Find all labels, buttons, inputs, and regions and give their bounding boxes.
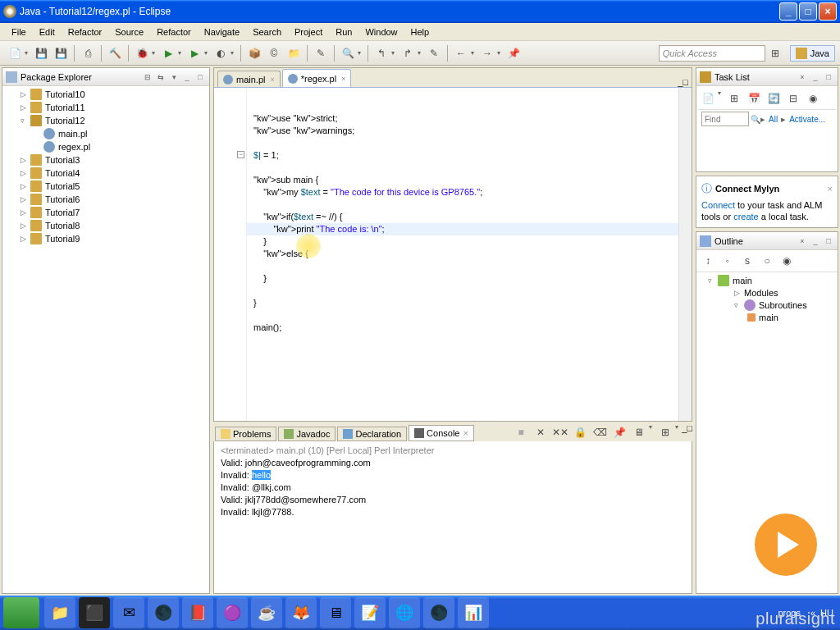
project-tutorial10[interactable]: ▷Tutorial10 xyxy=(4,88,208,101)
task-all-link[interactable]: All xyxy=(769,115,778,124)
taskbar-terminal-icon[interactable]: 🖥 xyxy=(320,597,351,628)
new-class-button[interactable]: © xyxy=(265,44,283,62)
tab-problems[interactable]: Problems xyxy=(215,427,276,441)
menu-refactor2[interactable]: Refactor xyxy=(150,25,198,39)
mylyn-connect-link[interactable]: Connect xyxy=(701,200,735,210)
console-scroll-lock-button[interactable]: 🔒 xyxy=(571,423,589,441)
search-button[interactable]: 🔍 xyxy=(339,44,357,62)
build-button[interactable]: 🔨 xyxy=(106,44,124,62)
task-focus-button[interactable]: ◉ xyxy=(804,89,822,107)
outline-modules[interactable]: ▷Modules xyxy=(698,287,836,299)
view-menu-button[interactable]: ▾ xyxy=(168,71,180,83)
maximize-button[interactable]: □ xyxy=(799,2,817,21)
minimize-button[interactable]: _ xyxy=(779,2,797,21)
task-schedule-button[interactable]: 📅 xyxy=(745,89,763,107)
tab-javadoc[interactable]: Javadoc xyxy=(278,427,336,441)
open-perspective-button[interactable]: ⊞ xyxy=(766,44,784,62)
new-button[interactable]: 📄 xyxy=(6,44,24,62)
taskbar-eclipse2-icon[interactable]: 🌑 xyxy=(423,597,454,628)
pin-button[interactable]: 📌 xyxy=(504,44,523,62)
project-tutorial11[interactable]: ▷Tutorial11 xyxy=(4,101,208,114)
package-explorer-tree[interactable]: ▷Tutorial10 ▷Tutorial11 ▿Tutorial12 main… xyxy=(2,86,209,593)
console-pin-button[interactable]: 📌 xyxy=(610,423,628,441)
menu-project[interactable]: Project xyxy=(288,25,329,39)
taskbar-explorer-icon[interactable]: 📁 xyxy=(44,597,75,628)
debug-button[interactable]: 🐞 xyxy=(133,44,151,62)
outline-sort-button[interactable]: ↕ xyxy=(699,252,717,270)
taskbar-pdf-icon[interactable]: 📕 xyxy=(182,597,213,628)
maximize-view-button[interactable]: □ xyxy=(194,71,206,83)
menu-file[interactable]: File xyxy=(5,25,33,39)
menu-source[interactable]: Source xyxy=(108,25,150,39)
console-remove-all-button[interactable]: ✕✕ xyxy=(551,423,569,441)
tab-main-pl[interactable]: main.pl× xyxy=(217,71,281,87)
task-sync-button[interactable]: 🔄 xyxy=(765,89,783,107)
tasklist-min-button[interactable]: _ xyxy=(810,71,821,83)
editor-maximize-button[interactable]: □ xyxy=(682,77,688,87)
file-regex-pl[interactable]: regex.pl xyxy=(4,140,208,153)
forward-button[interactable]: → xyxy=(478,44,496,62)
project-tutorial4[interactable]: ▷Tutorial4 xyxy=(4,167,208,180)
menu-edit[interactable]: Edit xyxy=(33,25,62,39)
console-output[interactable]: <terminated> main.pl (10) [Perl Local] P… xyxy=(213,441,692,594)
outline-subroutines[interactable]: ▿Subroutines xyxy=(698,299,836,312)
play-overlay-icon[interactable] xyxy=(755,514,817,576)
outline-hide-fields-button[interactable]: ◦ xyxy=(719,252,737,270)
tab-regex-pl[interactable]: *regex.pl× xyxy=(282,69,352,87)
taskbar-notes-icon[interactable]: 📝 xyxy=(354,597,386,628)
outline-focus-button[interactable]: ◉ xyxy=(778,252,796,270)
last-edit-button[interactable]: ✎ xyxy=(425,44,443,62)
save-button[interactable]: 💾 xyxy=(32,44,50,62)
close-button[interactable]: × xyxy=(819,2,837,21)
mylyn-close-button[interactable]: × xyxy=(828,184,833,194)
menu-window[interactable]: Window xyxy=(358,25,404,39)
code-editor[interactable]: − "kw">use "kw">strict;"kw">use "kw">war… xyxy=(214,88,692,421)
fold-icon[interactable]: − xyxy=(237,151,244,158)
java-perspective-button[interactable]: Java xyxy=(790,45,835,62)
annotation-prev-button[interactable]: ↰ xyxy=(372,44,390,62)
annotation-next-button[interactable]: ↱ xyxy=(399,44,417,62)
new-task-button[interactable]: 📄 xyxy=(699,89,717,107)
project-tutorial5[interactable]: ▷Tutorial5 xyxy=(4,180,208,193)
outline-hide-nonpublic-button[interactable]: ○ xyxy=(758,252,776,270)
minimize-view-button[interactable]: _ xyxy=(181,71,193,83)
outline-sub-main[interactable]: main xyxy=(698,312,836,323)
project-tutorial8[interactable]: ▷Tutorial8 xyxy=(4,219,208,232)
console-maximize-button[interactable]: □ xyxy=(687,423,692,441)
project-tutorial12[interactable]: ▿Tutorial12 xyxy=(4,114,208,127)
tab-declaration[interactable]: Declaration xyxy=(337,427,407,441)
tab-console[interactable]: Console × xyxy=(409,425,474,441)
console-display-button[interactable]: 🖥 xyxy=(630,423,648,441)
project-tutorial6[interactable]: ▷Tutorial6 xyxy=(4,193,208,206)
task-categorize-button[interactable]: ⊞ xyxy=(725,89,743,107)
console-open-button[interactable]: ⊞ xyxy=(656,423,674,441)
menu-refactor[interactable]: Refactor xyxy=(62,25,109,39)
menu-search[interactable]: Search xyxy=(246,25,288,39)
taskbar-java-icon[interactable]: ☕ xyxy=(251,597,282,628)
taskbar-firefox-icon[interactable]: 🦊 xyxy=(285,597,317,628)
task-collapse-button[interactable]: ⊟ xyxy=(784,89,802,107)
task-find-input[interactable] xyxy=(701,112,749,126)
outline-root[interactable]: ▿main xyxy=(698,274,836,287)
taskbar-calc-icon[interactable]: 📊 xyxy=(458,597,489,628)
outline-hide-static-button[interactable]: s xyxy=(738,252,756,270)
menu-navigate[interactable]: Navigate xyxy=(198,25,246,39)
quick-access-input[interactable]: Quick Access xyxy=(659,45,765,62)
tasklist-close-button[interactable]: × xyxy=(797,71,808,83)
menu-run[interactable]: Run xyxy=(329,25,358,39)
editor-scrollbar[interactable] xyxy=(678,88,692,421)
taskbar-eclipse-icon[interactable]: 🌑 xyxy=(148,597,179,628)
back-button[interactable]: ← xyxy=(452,44,470,62)
taskbar-app1-icon[interactable]: 🟣 xyxy=(217,597,248,628)
console-clear-button[interactable]: ⌫ xyxy=(591,423,609,441)
start-button[interactable] xyxy=(3,597,39,628)
project-tutorial3[interactable]: ▷Tutorial3 xyxy=(4,153,208,167)
outline-min-button[interactable]: _ xyxy=(810,235,821,247)
console-terminate-button[interactable]: ■ xyxy=(512,423,530,441)
console-remove-button[interactable]: ✕ xyxy=(532,423,550,441)
task-activate-link[interactable]: Activate... xyxy=(789,115,825,124)
file-main-pl[interactable]: main.pl xyxy=(4,127,208,140)
taskbar-cmd-icon[interactable]: ⬛ xyxy=(79,597,110,628)
link-editor-button[interactable]: ⇆ xyxy=(155,71,167,83)
coverage-button[interactable]: ◐ xyxy=(212,44,230,62)
